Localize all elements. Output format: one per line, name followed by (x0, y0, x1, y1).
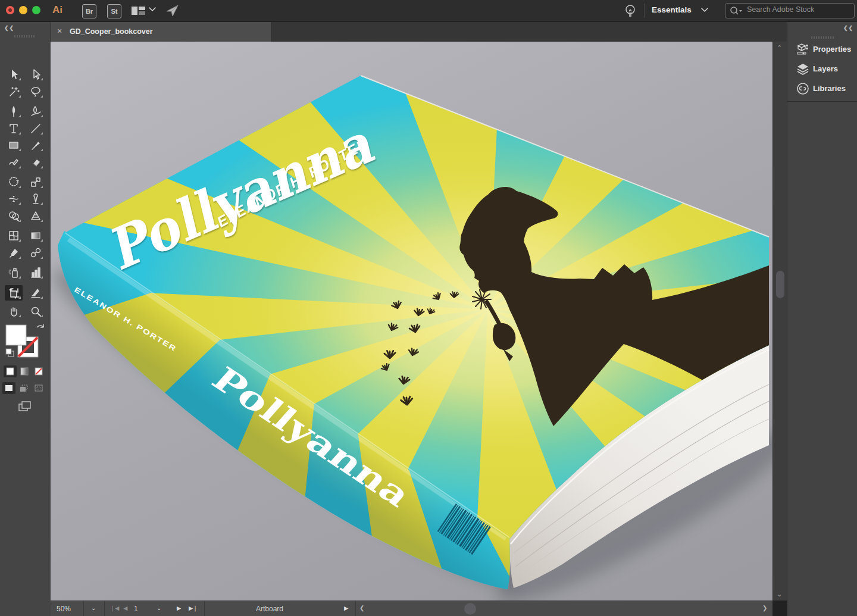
document-tab-title: GD_Cooper_bookcover (70, 27, 153, 36)
vertical-scroll-thumb[interactable] (776, 271, 784, 298)
search-icon (729, 6, 745, 15)
color-button[interactable] (4, 365, 17, 377)
panel-grip[interactable] (14, 35, 36, 37)
panel-divider (787, 101, 857, 102)
search-adobe-stock-field[interactable] (725, 3, 855, 18)
illustrator-window: Ai Br St Essentials × GD_Coope (0, 0, 857, 616)
tools-panel: ❮❮ (0, 22, 51, 616)
width-tool[interactable] (5, 191, 23, 207)
paintbrush-tool[interactable] (27, 137, 45, 153)
document-tab-bar: × GD_Cooper_bookcover (51, 22, 787, 42)
symbol-sprayer-tool[interactable] (5, 265, 23, 280)
perspective-grid-tool[interactable] (27, 208, 45, 224)
chevron-down-icon[interactable] (149, 7, 156, 12)
dock-grip[interactable] (811, 36, 834, 39)
rotate-tool[interactable] (5, 174, 23, 190)
scroll-left-icon[interactable]: ❮ (359, 605, 364, 611)
screen-mode-button[interactable] (15, 399, 35, 414)
workspace-switcher[interactable]: Essentials (652, 5, 692, 14)
properties-icon (796, 42, 810, 57)
column-graph-tool[interactable] (27, 265, 45, 280)
minimize-window-button[interactable] (19, 6, 27, 14)
pen-tool[interactable] (5, 104, 23, 119)
swap-fill-stroke-icon (37, 324, 43, 327)
illustrator-logo-icon: Ai (52, 4, 62, 16)
panel-tab-properties[interactable]: Properties (787, 40, 857, 58)
fill-swatch (6, 325, 26, 345)
slice-tool[interactable] (27, 285, 45, 301)
zoom-dropdown-icon[interactable]: ⌄ (91, 605, 96, 611)
status-bar: 50% ⌄ ❘◀ ◀ 1 ⌄ ▶ ▶❘ Artboard ▶ ❮ ❯ (51, 601, 772, 616)
line-segment-tool[interactable] (27, 121, 45, 136)
artboard-number-field[interactable]: 1 (134, 605, 138, 613)
free-transform-tool[interactable] (27, 191, 45, 207)
lightbulb-icon[interactable] (624, 4, 637, 18)
draw-behind-mode-button[interactable] (17, 382, 30, 394)
bridge-button[interactable]: Br (82, 4, 96, 18)
zoom-window-button[interactable] (32, 6, 40, 14)
document-tab[interactable]: × GD_Cooper_bookcover (51, 22, 272, 42)
scroll-right-icon[interactable]: ❯ (762, 605, 767, 611)
stock-button[interactable]: St (107, 4, 121, 18)
last-artboard-icon[interactable]: ▶❘ (189, 605, 198, 611)
rectangle-tool[interactable] (5, 137, 23, 153)
shaper-tool[interactable] (5, 155, 23, 170)
chevron-down-icon[interactable] (701, 8, 708, 12)
panel-dock: ❮❮ Properties Layers Libraries (787, 22, 857, 616)
artboard-tool[interactable] (5, 285, 23, 301)
menu-bar: Ai Br St Essentials (0, 0, 857, 22)
scroll-down-icon[interactable]: ⌄ (777, 590, 782, 598)
curvature-tool[interactable] (27, 104, 45, 119)
shape-builder-tool[interactable] (5, 208, 23, 224)
lasso-tool[interactable] (27, 84, 45, 99)
close-tab-icon[interactable]: × (57, 26, 62, 36)
collapse-panel-icon[interactable]: ❮❮ (4, 25, 14, 31)
layers-icon (796, 62, 810, 76)
eraser-tool[interactable] (27, 155, 45, 170)
gradient-button[interactable] (18, 365, 31, 377)
unsaved-dot-icon (8, 8, 12, 12)
search-input[interactable] (746, 5, 849, 14)
vertical-scrollbar[interactable]: ⌃ ⌄ (772, 42, 787, 601)
direct-selection-tool[interactable] (27, 67, 45, 82)
horizontal-scroll-thumb[interactable] (464, 603, 476, 615)
hand-tool[interactable] (5, 304, 23, 319)
type-tool[interactable] (5, 121, 23, 136)
scale-tool[interactable] (27, 174, 45, 190)
mesh-tool[interactable] (5, 228, 23, 243)
libraries-icon (796, 82, 810, 96)
selection-tool[interactable] (5, 67, 23, 82)
fill-stroke-widget[interactable] (4, 323, 46, 362)
magic-wand-tool[interactable] (5, 84, 23, 99)
collapse-dock-icon[interactable]: ❮❮ (843, 25, 853, 31)
artboard-dropdown-icon[interactable]: ⌄ (157, 605, 161, 611)
draw-inside-mode-button[interactable] (32, 382, 45, 394)
zoom-level-value[interactable]: 50% (57, 605, 71, 613)
zoom-tool[interactable] (27, 304, 45, 319)
scroll-up-icon[interactable]: ⌃ (777, 44, 782, 52)
none-button[interactable] (32, 365, 45, 377)
panel-tab-libraries[interactable]: Libraries (787, 80, 857, 98)
share-plane-icon[interactable] (165, 4, 180, 18)
status-indicator-label[interactable]: Artboard (256, 605, 283, 613)
arrange-documents-icon[interactable] (131, 5, 146, 17)
gradient-tool[interactable] (27, 228, 45, 243)
next-artboard-icon[interactable]: ▶ (177, 605, 181, 611)
book-mockup-art: ELEANOR H. PORTER Pollyanna (51, 42, 772, 601)
artboard-canvas[interactable]: ELEANOR H. PORTER Pollyanna (51, 42, 772, 601)
eyedropper-tool[interactable] (5, 245, 23, 261)
first-artboard-icon[interactable]: ❘◀ (110, 605, 119, 611)
menubar-divider (644, 4, 645, 18)
status-panel-next-icon[interactable]: ▶ (344, 605, 348, 611)
draw-normal-mode-button[interactable] (2, 382, 15, 394)
panel-tab-layers[interactable]: Layers (787, 60, 857, 78)
previous-artboard-icon[interactable]: ◀ (123, 605, 127, 611)
blend-tool[interactable] (27, 245, 45, 261)
close-window-button[interactable] (6, 6, 14, 14)
